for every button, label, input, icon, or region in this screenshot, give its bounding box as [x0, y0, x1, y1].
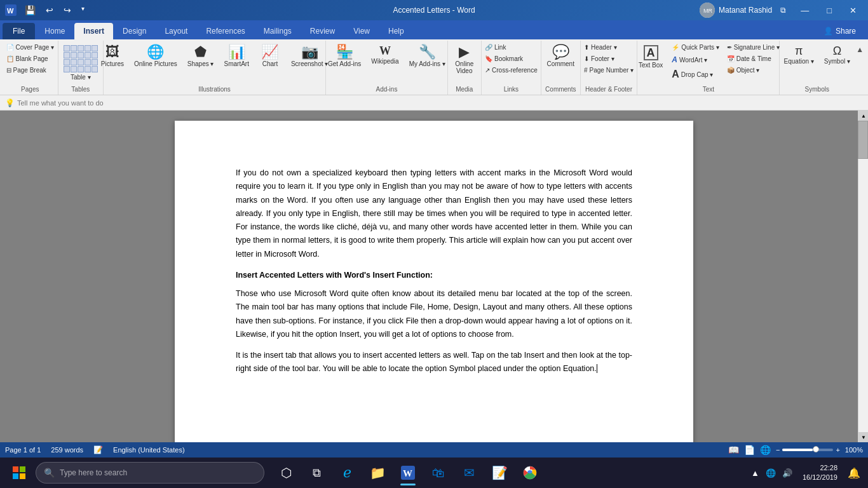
taskbar-search[interactable]: 🔍 Type here to search — [36, 462, 264, 484]
online-pictures-button[interactable]: 🌐 Online Pictures — [130, 42, 182, 71]
start-button[interactable] — [5, 459, 33, 487]
cross-reference-button[interactable]: ↗ Cross-reference — [482, 65, 541, 76]
tab-insert[interactable]: Insert — [74, 23, 113, 39]
taskbar-mail[interactable]: ✉ — [455, 459, 483, 487]
restore-window-icon[interactable]: ⧉ — [777, 4, 789, 16]
zoom-in-icon[interactable]: + — [836, 446, 839, 454]
volume-icon[interactable]: 🔊 — [780, 467, 795, 479]
undo-icon[interactable]: ↩ — [43, 4, 57, 17]
ribbon-group-symbols: π Equation ▾ Ω Symbol ▾ Symbols — [780, 41, 854, 95]
task-view-icon: ⧉ — [313, 466, 321, 480]
get-addins-button[interactable]: 🏪 Get Add-ins — [323, 42, 365, 71]
read-mode-icon[interactable]: 📖 — [728, 445, 739, 455]
tab-file[interactable]: File — [3, 23, 35, 39]
addins-group-label: Add-ins — [329, 85, 445, 95]
clock-date: 16/12/2019 — [803, 473, 837, 482]
table-grid-icon — [64, 45, 98, 72]
taskbar-store[interactable]: 🛍 — [424, 459, 452, 487]
date-time-button[interactable]: 📅 Date & Time — [724, 53, 783, 64]
taskbar-clock[interactable]: 22:28 16/12/2019 — [797, 463, 843, 483]
user-area[interactable]: MR Matanat Rashid — [700, 3, 772, 18]
equation-button[interactable]: π Equation ▾ — [780, 42, 818, 68]
quick-access-more[interactable]: ▾ — [78, 4, 88, 17]
illustrations-group-label: Illustrations — [106, 85, 323, 95]
print-layout-icon[interactable]: 📄 — [744, 445, 755, 455]
zoom-control[interactable]: − + 100% — [776, 446, 863, 454]
taskbar-word[interactable]: W — [394, 459, 422, 487]
wordart-button[interactable]: A WordArt ▾ — [668, 53, 722, 66]
chart-button[interactable]: 📈 Chart — [255, 42, 285, 71]
minimize-button[interactable]: — — [794, 3, 815, 18]
symbol-icon: Ω — [833, 45, 841, 57]
save-icon[interactable]: 💾 — [22, 4, 39, 17]
taskbar-edge[interactable]: ℯ — [333, 459, 361, 487]
table-button[interactable]: Table ▾ — [59, 42, 102, 84]
tab-review[interactable]: Review — [301, 23, 344, 39]
scroll-thumb[interactable] — [858, 121, 868, 159]
wikipedia-button[interactable]: W Wikipedia — [367, 42, 403, 68]
tab-view[interactable]: View — [344, 23, 379, 39]
ribbon-collapse[interactable]: ▲ — [854, 41, 865, 95]
signature-line-button[interactable]: ✒ Signature Line ▾ — [724, 42, 783, 53]
vertical-scrollbar[interactable]: ▲ ▼ — [858, 111, 868, 442]
header-button[interactable]: ⬆ Header ▾ — [581, 42, 637, 53]
shapes-button[interactable]: ⬟ Shapes ▾ — [183, 42, 219, 71]
links-group-label: Links — [484, 85, 538, 95]
notification-icon[interactable]: 🔔 — [845, 467, 863, 479]
symbol-button[interactable]: Ω Symbol ▾ — [820, 42, 855, 68]
zoom-out-icon[interactable]: − — [776, 446, 780, 454]
equation-icon: π — [795, 45, 803, 57]
tab-layout[interactable]: Layout — [156, 23, 196, 39]
ribbon-group-header-footer: ⬆ Header ▾ ⬇ Footer ▾ # Page Number ▾ He… — [581, 41, 638, 95]
page-number-button[interactable]: # Page Number ▾ — [581, 65, 637, 76]
maximize-button[interactable]: □ — [820, 3, 838, 18]
footer-button[interactable]: ⬇ Footer ▾ — [581, 53, 637, 64]
tab-help[interactable]: Help — [379, 23, 413, 39]
scroll-up-button[interactable]: ▲ — [858, 111, 868, 121]
tab-home[interactable]: Home — [36, 23, 74, 39]
zoom-knob[interactable] — [813, 446, 819, 452]
share-button[interactable]: 👤 Share — [815, 23, 865, 39]
object-button[interactable]: 📦 Object ▾ — [724, 65, 783, 76]
ribbon-group-pages: 📄 Cover Page ▾ 📋 Blank Page ⊟ Page Break… — [3, 41, 58, 95]
text-box-button[interactable]: A Text Box — [634, 42, 667, 72]
drop-cap-button[interactable]: A Drop Cap ▾ — [668, 67, 722, 82]
redo-icon[interactable]: ↪ — [60, 4, 74, 17]
my-addins-button[interactable]: 🔧 My Add-ins ▾ — [405, 42, 450, 71]
title-bar: W 💾 ↩ ↪ ▾ Accented Letters - Word MR Mat… — [0, 0, 868, 20]
pictures-button[interactable]: 🖼 Pictures — [97, 42, 128, 71]
svg-text:W: W — [403, 468, 412, 478]
tab-design[interactable]: Design — [114, 23, 155, 39]
scroll-down-button[interactable]: ▼ — [858, 432, 868, 442]
quick-parts-button[interactable]: ⚡ Quick Parts ▾ — [668, 42, 722, 53]
cover-page-button[interactable]: 📄 Cover Page ▾ — [3, 42, 58, 53]
pictures-icon: 🖼 — [105, 45, 119, 59]
taskbar-sticky-notes[interactable]: 📝 — [485, 459, 513, 487]
bookmark-button[interactable]: 🔖 Bookmark — [482, 53, 541, 64]
document[interactable]: If you do not own a specialized keyboard… — [175, 121, 693, 442]
zoom-bar[interactable] — [782, 449, 833, 451]
hidden-icons-button[interactable]: ▲ — [749, 467, 762, 479]
web-layout-icon[interactable]: 🌐 — [760, 445, 771, 455]
search-placeholder: Type here to search — [60, 468, 127, 477]
blank-page-button[interactable]: 📋 Blank Page — [3, 53, 58, 64]
taskbar-chrome[interactable] — [516, 459, 544, 487]
page-break-button[interactable]: ⊟ Page Break — [3, 65, 58, 76]
file-explorer-icon: 📁 — [370, 465, 386, 480]
network-icon[interactable]: 🌐 — [763, 467, 778, 479]
svg-rect-4 — [13, 466, 18, 472]
online-pictures-icon: 🌐 — [147, 45, 164, 59]
comment-button[interactable]: 💬 Comment — [543, 42, 579, 71]
online-video-button[interactable]: ▶ OnlineVideo — [449, 42, 480, 78]
tell-me-input[interactable] — [17, 99, 208, 107]
tab-references[interactable]: References — [197, 23, 254, 39]
link-button[interactable]: 🔗 Link — [482, 42, 541, 53]
taskbar-file-explorer[interactable]: 📁 — [363, 459, 391, 487]
page-info: Page 1 of 1 — [5, 446, 41, 454]
taskbar-cortana[interactable]: ⬡ — [272, 459, 300, 487]
smartart-button[interactable]: 📊 SmartArt — [219, 42, 253, 71]
tab-mailings[interactable]: Mailings — [255, 23, 301, 39]
close-button[interactable]: ✕ — [843, 3, 863, 18]
taskbar-task-view[interactable]: ⧉ — [302, 459, 330, 487]
document-title: Accented Letters - Word — [393, 6, 475, 15]
